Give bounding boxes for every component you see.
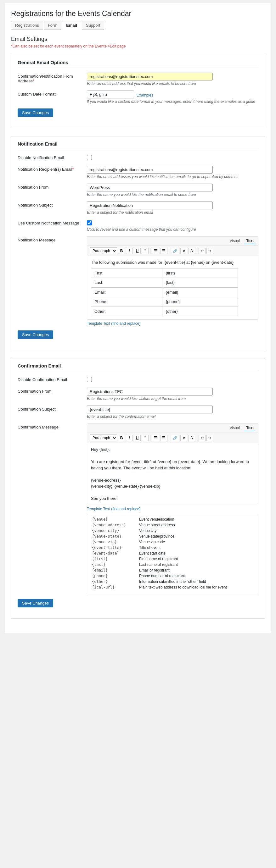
disable-confirmation-label: Disable Confirmation Email <box>18 376 87 382</box>
conf-toolbar-italic-btn[interactable]: I <box>126 435 133 441</box>
notification-editor: Visual Text Paragraph B I U “ <box>87 237 258 320</box>
conf-toolbar-underline-btn[interactable]: U <box>134 435 141 441</box>
disable-confirmation-row: Disable Confirmation Email <box>18 376 258 383</box>
toolbar-ul-btn[interactable]: ☰ <box>152 248 159 254</box>
confirmation-text-tab[interactable]: Text <box>244 425 255 431</box>
list-item: {venue-address}Venue street address <box>92 523 253 527</box>
toolbar-link-btn[interactable]: 🔗 <box>171 248 180 254</box>
toolbar-color-btn[interactable]: A <box>188 248 195 254</box>
tab-registrations[interactable]: Registrations <box>11 21 43 30</box>
list-item: {last}Last name of registrant <box>92 562 253 567</box>
disable-confirmation-checkbox[interactable] <box>87 377 92 382</box>
notification-email-header: Notification Email <box>18 141 258 149</box>
notification-editor-toolbar: Paragraph B I U “ ☰ ☰ 🔗 ⌀ A <box>87 246 258 256</box>
table-row: Email:{email} <box>91 287 238 297</box>
toolbar-underline-btn[interactable]: U <box>134 248 141 254</box>
conf-toolbar-unlink-btn[interactable]: ⌀ <box>180 435 187 441</box>
notification-subject-row: Notification Subject Enter a subject for… <box>18 202 258 215</box>
disable-notification-checkbox[interactable] <box>87 155 92 160</box>
toolbar-blockquote-btn[interactable]: “ <box>142 248 148 254</box>
conf-toolbar-sep1 <box>150 435 150 441</box>
confirmation-paragraph-select[interactable]: Paragraph <box>90 434 117 441</box>
table-row: First:{first} <box>91 268 238 278</box>
confirmation-visual-tab[interactable]: Visual <box>228 425 242 431</box>
confirmation-editor-tabs: Visual Text <box>87 424 258 433</box>
date-format-input[interactable] <box>87 91 134 98</box>
conf-toolbar-ol-btn[interactable]: ☰ <box>160 435 167 441</box>
confirmation-save-button[interactable]: Save Changes <box>18 599 53 608</box>
notification-visual-tab[interactable]: Visual <box>228 238 242 244</box>
list-item: {venue}Event venue/location <box>92 517 253 522</box>
notification-message-row: Notification Message Visual Text Paragra… <box>18 237 258 326</box>
custom-notification-row: Use Custom Notification Message Click to… <box>18 219 258 232</box>
table-row: Last:{last} <box>91 278 238 288</box>
toolbar-sep2 <box>169 248 169 254</box>
notification-template-link[interactable]: Template Text (find and replace) <box>87 321 141 326</box>
notification-from-input[interactable] <box>87 184 213 191</box>
conf-toolbar-blockquote-btn[interactable]: “ <box>142 435 148 441</box>
toolbar-italic-btn[interactable]: I <box>126 248 133 254</box>
tab-email[interactable]: Email <box>62 21 81 30</box>
list-item: {email}Email of registrant <box>92 568 253 572</box>
toolbar-unlink-btn[interactable]: ⌀ <box>180 248 187 254</box>
conf-toolbar-undo-btn[interactable]: ↩ <box>199 435 205 441</box>
toolbar-sep3 <box>197 248 197 254</box>
confirmation-editor-content[interactable]: Hey {first}, You are registered for {eve… <box>87 443 258 505</box>
disable-notification-label: Disable Notification Email <box>18 154 87 160</box>
date-format-label: Custom Date Format <box>18 91 87 96</box>
tab-form[interactable]: Form <box>44 21 61 30</box>
page-title: Registrations for the Events Calendar <box>11 8 265 18</box>
general-email-header: General Email Options <box>18 60 258 68</box>
confirmation-from-input[interactable] <box>87 388 213 396</box>
conf-toolbar-redo-btn[interactable]: ↪ <box>206 435 213 441</box>
notification-from-row: Notification From Enter the name you wou… <box>18 184 258 197</box>
custom-notification-desc: Click to reveal and use a custom message… <box>87 227 258 232</box>
confirmation-save-row: Save Changes <box>18 599 258 608</box>
notification-recipients-label: Notification Recipient(s) Email* <box>18 166 87 172</box>
confirmation-email-header: Confirmation Email <box>18 363 258 371</box>
conf-content-line2: You are registered for {event-title} at … <box>91 459 254 471</box>
notification-editor-content[interactable]: The following submission was made for: {… <box>87 256 258 319</box>
confirmation-from-desc: Enter the name you would like visitors t… <box>87 397 258 401</box>
confirmation-subject-row: Confirmation Subject Enter a subject for… <box>18 406 258 419</box>
table-row: Other:{other} <box>91 307 238 316</box>
conf-toolbar-link-btn[interactable]: 🔗 <box>171 435 180 441</box>
conf-toolbar-ul-btn[interactable]: ☰ <box>152 435 159 441</box>
disable-notification-row: Disable Notification Email <box>18 154 258 161</box>
toolbar-undo-btn[interactable]: ↩ <box>199 248 205 254</box>
date-format-examples-link[interactable]: Examples <box>137 93 153 97</box>
general-save-button[interactable]: Save Changes <box>18 108 53 117</box>
list-item: {event-date}Event start date <box>92 551 253 556</box>
custom-notification-label: Use Custom Notification Message <box>18 219 87 225</box>
custom-notification-checkbox[interactable] <box>87 220 92 225</box>
table-row: Phone:{phone} <box>91 297 238 307</box>
notification-recipients-input[interactable] <box>87 166 213 174</box>
tab-support[interactable]: Support <box>82 21 105 30</box>
notification-subject-label: Notification Subject <box>18 202 87 208</box>
notification-save-button[interactable]: Save Changes <box>18 331 53 339</box>
notification-recipients-desc: Enter the email addresses you would like… <box>87 175 258 179</box>
nav-tabs: Registrations Form Email Support <box>11 21 265 30</box>
confirmation-from-row: Confirmation From Enter the name you wou… <box>18 388 258 401</box>
toolbar-redo-btn[interactable]: ↪ <box>206 248 213 254</box>
notification-email-section: Notification Email Disable Notification … <box>11 136 265 350</box>
from-address-input[interactable] <box>87 73 213 81</box>
confirmation-message-label: Confirmation Message <box>18 424 87 429</box>
confirmation-template-link[interactable]: Template Text (find and replace) <box>87 507 141 511</box>
conf-content-line1: Hey {first}, <box>91 446 254 453</box>
toolbar-ol-btn[interactable]: ☰ <box>160 248 167 254</box>
list-item: {venue-city}Venue city <box>92 528 253 533</box>
notification-save-row: Save Changes <box>18 331 258 339</box>
from-address-row: Confirmation/Notification From Address* … <box>18 73 258 86</box>
notification-subject-input[interactable] <box>87 202 213 209</box>
confirmation-subject-input[interactable] <box>87 406 213 413</box>
template-variables-box: {venue}Event venue/location{venue-addres… <box>87 514 258 594</box>
conf-toolbar-color-btn[interactable]: A <box>188 435 195 441</box>
conf-toolbar-bold-btn[interactable]: B <box>118 435 125 441</box>
notification-text-tab[interactable]: Text <box>244 238 255 244</box>
notification-content-intro: The following submission was made for: {… <box>91 259 254 266</box>
conf-toolbar-sep3 <box>197 435 197 441</box>
toolbar-bold-btn[interactable]: B <box>118 248 125 254</box>
confirmation-email-section: Confirmation Email Disable Confirmation … <box>11 358 265 619</box>
notification-paragraph-select[interactable]: Paragraph <box>90 247 117 254</box>
